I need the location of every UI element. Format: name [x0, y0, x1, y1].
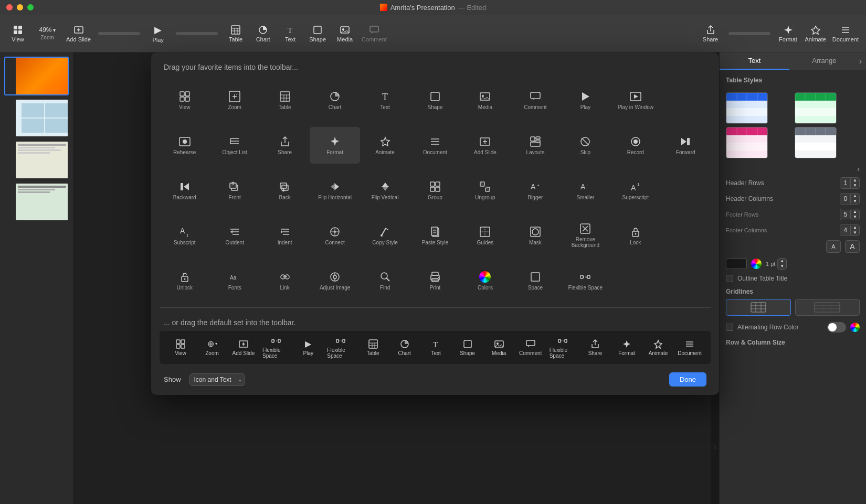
preview-share[interactable]: Share [583, 339, 608, 356]
toolbar-zoom[interactable]: 49% ▾ Zoom [31, 18, 63, 49]
preview-zoom[interactable]: ⊕ ▾ Zoom [199, 339, 225, 356]
grid-item-back[interactable]: Back [260, 172, 310, 209]
grid-item-lock[interactable]: Lock [610, 217, 660, 254]
grid-item-bigger[interactable]: A + Bigger [510, 172, 560, 209]
header-cols-stepper[interactable]: 0 ▲ ▼ [840, 193, 860, 205]
grid-item-front[interactable]: Front [209, 172, 259, 209]
border-width-stepper[interactable]: ▲ ▼ [777, 258, 787, 270]
close-button[interactable] [6, 4, 13, 10]
footer-rows-up[interactable]: ▲ [851, 209, 859, 215]
gridlines-all-btn[interactable] [726, 299, 791, 316]
slide-thumb-2[interactable]: 2 [4, 99, 69, 137]
toolbar-format[interactable]: Format [775, 18, 802, 49]
grid-item-rehearse[interactable]: Rehearse [160, 127, 209, 164]
preview-add-slide[interactable]: Add Slide [231, 339, 256, 356]
tab-arrange[interactable]: Arrange [789, 52, 859, 70]
footer-rows-down[interactable]: ▼ [851, 215, 859, 220]
toolbar-view[interactable]: View [4, 18, 31, 49]
show-select-wrapper[interactable]: Icon Only Icon and Text Text Only ⌄ [189, 373, 245, 386]
toolbar-chart[interactable]: Chart [249, 18, 277, 49]
toggle[interactable] [827, 322, 846, 333]
header-cols-up[interactable]: ▲ [851, 194, 859, 199]
footer-cols-up[interactable]: ▲ [851, 225, 859, 230]
grid-item-layouts[interactable]: Layouts [510, 127, 560, 164]
alt-row-color-picker[interactable] [850, 323, 860, 332]
grid-item-colors[interactable]: Colors [460, 262, 510, 299]
zoom-display[interactable]: 49% ▾ [39, 26, 55, 34]
show-select[interactable]: Icon Only Icon and Text Text Only [189, 373, 245, 386]
done-button[interactable]: Done [669, 372, 706, 387]
preview-document[interactable]: Document [677, 339, 702, 356]
grid-item-flip-h[interactable]: Flip Horizontal [310, 172, 360, 209]
toolbar-animate[interactable]: Animate [802, 18, 829, 49]
slide-thumb-1[interactable]: 1 [4, 57, 69, 95]
grid-item-indent[interactable]: Indent [260, 217, 310, 254]
grid-item-group[interactable]: Group [410, 172, 460, 209]
grid-item-object-list[interactable]: Object List [209, 127, 259, 164]
grid-item-text[interactable]: T Text [360, 82, 410, 119]
outline-table-checkbox[interactable] [726, 275, 733, 282]
grid-item-space[interactable]: Space [510, 262, 560, 299]
grid-item-comment[interactable]: Comment [510, 82, 560, 119]
toolbar-add-slide[interactable]: Add Slide [63, 18, 94, 49]
grid-item-superscript[interactable]: A 1 Superscript [610, 172, 660, 209]
alt-row-toggle[interactable] [827, 322, 846, 333]
preview-format[interactable]: Format [614, 339, 639, 356]
grid-item-record[interactable]: Record [610, 127, 660, 164]
header-rows-down[interactable]: ▼ [851, 183, 859, 188]
preview-animate[interactable]: Animate [646, 339, 671, 356]
footer-cols-btns[interactable]: ▲ ▼ [851, 225, 859, 235]
alt-row-checkbox[interactable] [726, 324, 733, 331]
grid-item-connect[interactable]: Connect [310, 217, 360, 254]
grid-item-paste-style[interactable]: Paste Style [410, 217, 460, 254]
footer-rows-stepper[interactable]: 5 ▲ ▼ [840, 209, 860, 220]
grid-item-animate[interactable]: Animate [360, 127, 410, 164]
grid-item-ungroup[interactable]: Ungroup [460, 172, 510, 209]
slide-thumb-3[interactable]: 3 [4, 141, 69, 179]
toolbar-share[interactable]: Share [697, 18, 724, 49]
grid-item-forward[interactable]: Forward [661, 127, 711, 164]
preview-flex-space1[interactable]: Flexible Space [262, 336, 289, 359]
toolbar-play[interactable]: ▶ Play [144, 18, 172, 49]
grid-item-format[interactable]: Format [310, 127, 360, 164]
preview-view[interactable]: View [168, 339, 193, 356]
preview-flex-space2[interactable]: Flexible Space [327, 336, 354, 359]
window-controls[interactable] [6, 4, 34, 10]
tab-expand[interactable]: › [859, 52, 866, 70]
grid-item-add-slide[interactable]: Add Slide [460, 127, 510, 164]
border-width-btns[interactable]: ▲ ▼ [778, 259, 786, 269]
grid-item-print[interactable]: Print [410, 262, 460, 299]
grid-item-zoom[interactable]: Zoom [209, 82, 259, 119]
grid-item-chart[interactable]: Chart [310, 82, 360, 119]
grid-item-media[interactable]: Media [460, 82, 510, 119]
minimize-button[interactable] [17, 4, 23, 10]
grid-item-remove-bg[interactable]: Remove Background [561, 217, 610, 254]
grid-item-link[interactable]: Link [260, 262, 310, 299]
grid-item-document[interactable]: Document [410, 127, 460, 164]
font-size-smaller-btn[interactable]: A [826, 240, 841, 253]
toolbar-shape[interactable]: Shape [304, 18, 331, 49]
grid-item-flexible-space[interactable]: Flexible Space [561, 262, 610, 299]
footer-cols-down[interactable]: ▼ [851, 230, 859, 235]
grid-item-fonts[interactable]: Aa Fonts [209, 262, 259, 299]
grid-item-play[interactable]: Play [561, 82, 610, 119]
table-style-green[interactable] [795, 92, 837, 124]
header-rows-up[interactable]: ▲ [851, 178, 859, 183]
default-toolbar-preview[interactable]: View ⊕ ▾ Zoom [160, 331, 711, 364]
border-color-swatch[interactable] [726, 259, 747, 269]
preview-media[interactable]: Media [487, 339, 512, 356]
toolbar-table[interactable]: Table [222, 18, 249, 49]
grid-item-flip-v[interactable]: Flip Vertical [360, 172, 410, 209]
preview-text[interactable]: T Text [424, 339, 449, 356]
toolbar-text[interactable]: T Text [277, 18, 304, 49]
tab-text[interactable]: Text [720, 52, 789, 70]
grid-item-skip[interactable]: Skip [561, 127, 610, 164]
preview-shape[interactable]: Shape [455, 339, 480, 356]
table-style-gray[interactable] [795, 127, 837, 158]
preview-flex-space3[interactable]: Flexible Space [550, 336, 576, 359]
grid-item-share[interactable]: Share [260, 127, 310, 164]
grid-item-adjust-image[interactable]: Adjust Image [310, 262, 360, 299]
grid-item-subscript[interactable]: A 1 Subscript [160, 217, 209, 254]
toolbar-comment[interactable]: Comment [358, 18, 390, 49]
maximize-button[interactable] [27, 4, 34, 10]
